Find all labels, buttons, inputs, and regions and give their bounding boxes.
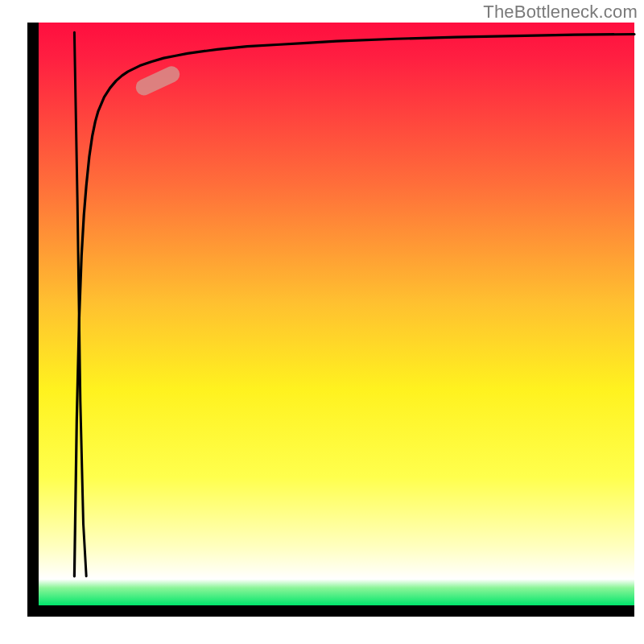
plot-area	[27, 23, 634, 617]
plot-background	[39, 23, 634, 605]
chart-svg	[0, 0, 644, 644]
chart-container: TheBottleneck.com	[0, 0, 644, 644]
watermark-text: TheBottleneck.com	[483, 2, 638, 23]
axis-bottom	[27, 605, 634, 617]
axis-left	[27, 23, 39, 617]
